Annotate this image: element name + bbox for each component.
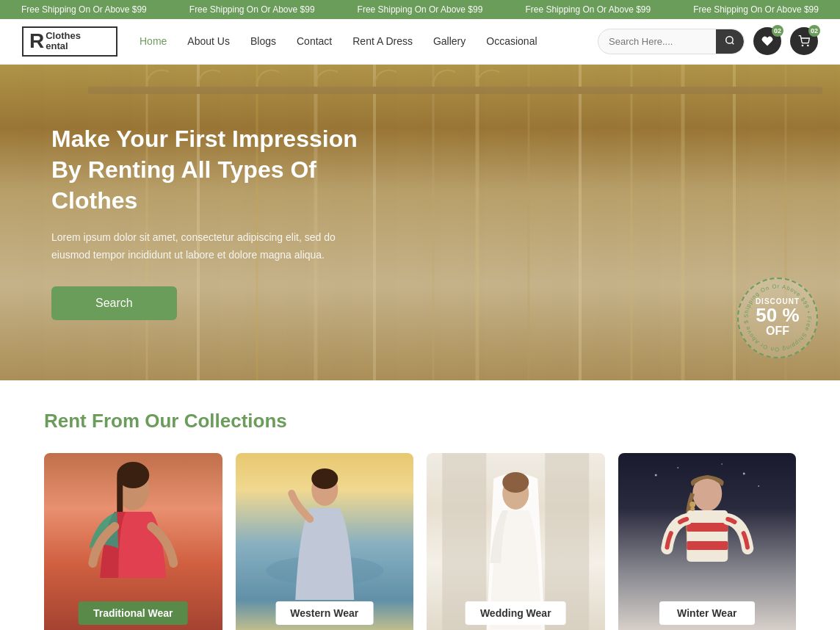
collection-card-traditional[interactable]: Traditional Wear <box>44 453 222 630</box>
svg-point-2 <box>802 46 803 46</box>
banner-message-4: Free Shipping On Or Above $99 <box>525 4 651 15</box>
search-input[interactable] <box>598 31 716 52</box>
search-bar <box>598 29 745 54</box>
collections-grid: Traditional Wear Western <box>44 453 796 630</box>
svg-rect-38 <box>687 523 728 532</box>
banner-message-3: Free Shipping On Or Above $99 <box>358 4 483 15</box>
svg-point-41 <box>690 507 695 511</box>
discount-badge: Shipping On Or Above $99 • Free Shipping… <box>737 278 818 358</box>
header-right: 02 02 <box>598 27 818 55</box>
collection-label-traditional: Traditional Wear <box>79 601 188 625</box>
hero-description: Lorem ipsum dolor sit amet, consectetur … <box>51 229 360 264</box>
hero-search-button[interactable]: Search <box>51 286 177 320</box>
header: R Clothes ental Home About Us Blogs Cont… <box>0 19 840 65</box>
banner-message-1: Free Shipping On Or Above $99 <box>21 4 147 15</box>
discount-circle: Shipping On Or Above $99 • Free Shipping… <box>737 278 818 358</box>
logo[interactable]: R Clothes ental <box>22 26 117 57</box>
nav-home[interactable]: Home <box>140 35 167 47</box>
logo-re: R <box>29 31 44 51</box>
discount-off: OFF <box>756 325 800 338</box>
svg-point-29 <box>502 472 529 493</box>
nav-occasional[interactable]: Occasional <box>486 35 537 47</box>
svg-point-25 <box>311 468 338 489</box>
collection-label-winter: Winter Wear <box>659 601 755 625</box>
cart-count: 02 <box>808 25 820 37</box>
svg-rect-39 <box>687 541 728 550</box>
nav: Home About Us Blogs Contact Rent A Dress… <box>140 35 583 47</box>
svg-point-30 <box>654 474 656 476</box>
discount-percent: 50 % <box>756 305 800 325</box>
nav-blogs[interactable]: Blogs <box>250 35 276 47</box>
cart-button[interactable]: 02 <box>790 27 818 55</box>
collections-section: Rent From Our Collections <box>0 380 840 630</box>
hero-section: Make Your First Impression By Renting Al… <box>0 65 840 380</box>
discount-inner: DISCOUNT 50 % OFF <box>756 297 800 338</box>
collection-card-western[interactable]: Western Wear <box>236 453 414 630</box>
nav-about[interactable]: About Us <box>187 35 230 47</box>
top-banner: Free Shipping On Or Above $99 Free Shipp… <box>0 0 840 19</box>
logo-clothes: Clothes <box>46 31 81 41</box>
banner-message-5: Free Shipping On Or Above $99 <box>693 4 819 15</box>
svg-point-31 <box>677 467 678 468</box>
search-submit-button[interactable] <box>716 29 744 54</box>
hero-content: Make Your First Impression By Renting Al… <box>0 87 411 356</box>
nav-contact[interactable]: Contact <box>297 35 332 47</box>
svg-point-35 <box>758 485 759 487</box>
collections-title: Rent From Our Collections <box>44 410 796 432</box>
wishlist-count: 02 <box>772 25 783 37</box>
banner-message-2: Free Shipping On Or Above $99 <box>189 4 315 15</box>
collection-label-wedding: Wedding Wear <box>466 601 566 625</box>
logo-rental: ental <box>46 41 81 51</box>
logo-text: Clothes ental <box>46 31 81 52</box>
svg-point-34 <box>742 472 745 474</box>
collection-card-winter[interactable]: Winter Wear <box>618 453 797 630</box>
svg-point-3 <box>808 46 808 46</box>
collection-card-wedding[interactable]: Wedding Wear <box>427 453 605 630</box>
hero-title: Make Your First Impression By Renting Al… <box>51 124 360 216</box>
nav-rent-a-dress[interactable]: Rent A Dress <box>352 35 413 47</box>
svg-rect-37 <box>687 510 728 562</box>
svg-point-40 <box>689 502 695 507</box>
collection-label-western: Western Wear <box>275 601 373 625</box>
svg-point-0 <box>726 37 733 43</box>
wishlist-button[interactable]: 02 <box>753 27 781 55</box>
nav-gallery[interactable]: Gallery <box>433 35 466 47</box>
svg-point-33 <box>721 463 723 465</box>
svg-line-1 <box>732 43 734 45</box>
